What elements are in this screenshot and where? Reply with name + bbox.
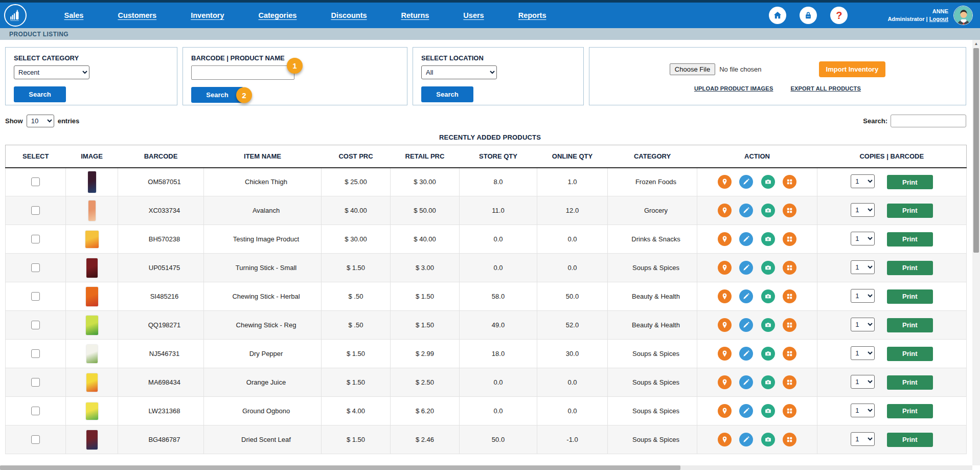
location-pin-icon[interactable] — [718, 375, 732, 389]
scroll-up-arrow-icon[interactable]: ▲ — [972, 40, 980, 47]
print-button[interactable]: Print — [887, 404, 933, 418]
copies-select[interactable]: 1 — [851, 203, 875, 217]
row-select-checkbox[interactable] — [31, 349, 40, 358]
edit-pencil-icon[interactable] — [739, 204, 753, 217]
nav-item-returns[interactable]: Returns — [401, 11, 429, 19]
copies-select[interactable]: 1 — [851, 346, 875, 360]
barcode-grid-icon[interactable] — [783, 347, 796, 361]
row-select-checkbox[interactable] — [31, 321, 40, 329]
copies-select[interactable]: 1 — [851, 404, 875, 417]
row-select-checkbox[interactable] — [31, 407, 40, 415]
copies-select[interactable]: 1 — [851, 289, 875, 303]
camera-icon[interactable] — [761, 204, 775, 217]
location-pin-icon[interactable] — [718, 433, 732, 446]
camera-icon[interactable] — [761, 404, 775, 418]
row-select-checkbox[interactable] — [31, 206, 40, 215]
horizontal-scrollbar-thumb[interactable] — [0, 465, 680, 470]
row-select-checkbox[interactable] — [31, 177, 40, 186]
nav-item-users[interactable]: Users — [463, 11, 484, 19]
print-button[interactable]: Print — [887, 175, 933, 189]
lock-icon[interactable] — [800, 7, 817, 24]
choose-file-button[interactable]: Choose File — [670, 63, 715, 75]
location-pin-icon[interactable] — [718, 318, 732, 332]
edit-pencil-icon[interactable] — [739, 318, 753, 332]
barcode-grid-icon[interactable] — [783, 261, 796, 275]
vertical-scrollbar-thumb[interactable] — [973, 48, 979, 253]
category-select[interactable]: Recent — [14, 65, 89, 79]
print-button[interactable]: Print — [887, 232, 933, 247]
edit-pencil-icon[interactable] — [739, 232, 753, 246]
help-icon[interactable]: ? — [830, 7, 848, 24]
barcode-grid-icon[interactable] — [783, 318, 796, 332]
copies-select[interactable]: 1 — [851, 432, 875, 446]
row-select-checkbox[interactable] — [31, 263, 40, 272]
location-select[interactable]: All — [421, 65, 497, 79]
location-pin-icon[interactable] — [718, 232, 732, 246]
camera-icon[interactable] — [761, 347, 775, 361]
logout-link[interactable]: Logout — [929, 16, 948, 22]
home-icon[interactable] — [769, 7, 786, 24]
camera-icon[interactable] — [761, 433, 775, 446]
location-pin-icon[interactable] — [718, 289, 732, 303]
edit-pencil-icon[interactable] — [739, 289, 753, 303]
vertical-scrollbar[interactable]: ▲ — [972, 40, 980, 465]
row-select-checkbox[interactable] — [31, 292, 40, 301]
row-select-checkbox[interactable] — [31, 435, 40, 444]
edit-pencil-icon[interactable] — [739, 175, 753, 189]
print-button[interactable]: Print — [887, 347, 933, 361]
row-select-checkbox[interactable] — [31, 235, 40, 243]
barcode-grid-icon[interactable] — [783, 289, 796, 303]
barcode-grid-icon[interactable] — [783, 175, 796, 189]
nav-item-sales[interactable]: Sales — [64, 11, 84, 19]
copies-select[interactable]: 1 — [851, 318, 875, 331]
table-search-input[interactable] — [891, 115, 966, 127]
edit-pencil-icon[interactable] — [739, 261, 753, 275]
edit-pencil-icon[interactable] — [739, 433, 753, 446]
barcode-grid-icon[interactable] — [783, 232, 796, 246]
camera-icon[interactable] — [761, 318, 775, 332]
edit-pencil-icon[interactable] — [739, 347, 753, 361]
export-all-products-link[interactable]: EXPORT ALL PRODUCTS — [790, 85, 861, 92]
location-pin-icon[interactable] — [718, 261, 732, 275]
location-pin-icon[interactable] — [718, 347, 732, 361]
nav-item-categories[interactable]: Categories — [258, 11, 297, 19]
camera-icon[interactable] — [761, 175, 775, 189]
camera-icon[interactable] — [761, 261, 775, 275]
barcode-grid-icon[interactable] — [783, 204, 796, 217]
barcode-search-button[interactable]: Search — [191, 87, 243, 103]
user-avatar[interactable] — [953, 6, 973, 25]
location-pin-icon[interactable] — [718, 175, 732, 189]
page-size-select[interactable]: 10 — [27, 115, 54, 127]
nav-item-inventory[interactable]: Inventory — [191, 11, 224, 19]
barcode-grid-icon[interactable] — [783, 433, 796, 446]
print-button[interactable]: Print — [887, 204, 933, 218]
import-inventory-button[interactable]: Import Inventory — [819, 61, 886, 77]
print-button[interactable]: Print — [887, 261, 933, 275]
copies-select[interactable]: 1 — [851, 375, 875, 389]
camera-icon[interactable] — [761, 289, 775, 303]
edit-pencil-icon[interactable] — [739, 404, 753, 418]
location-pin-icon[interactable] — [718, 404, 732, 418]
nav-item-discounts[interactable]: Discounts — [331, 11, 367, 19]
copies-select[interactable]: 1 — [851, 174, 875, 188]
print-button[interactable]: Print — [887, 289, 933, 304]
barcode-grid-icon[interactable] — [783, 404, 796, 418]
copies-select[interactable]: 1 — [851, 232, 875, 245]
category-search-button[interactable]: Search — [14, 86, 66, 102]
barcode-product-input[interactable] — [191, 65, 294, 80]
barcode-grid-icon[interactable] — [783, 375, 796, 389]
camera-icon[interactable] — [761, 232, 775, 246]
row-select-checkbox[interactable] — [31, 378, 40, 387]
print-button[interactable]: Print — [887, 318, 933, 332]
upload-product-images-link[interactable]: UPLOAD PRODUCT IMAGES — [694, 85, 773, 92]
print-button[interactable]: Print — [887, 433, 933, 447]
edit-pencil-icon[interactable] — [739, 375, 753, 389]
copies-select[interactable]: 1 — [851, 260, 875, 274]
nav-item-customers[interactable]: Customers — [118, 11, 156, 19]
location-pin-icon[interactable] — [718, 204, 732, 217]
camera-icon[interactable] — [761, 375, 775, 389]
app-logo-icon[interactable] — [4, 4, 27, 27]
print-button[interactable]: Print — [887, 375, 933, 390]
location-search-button[interactable]: Search — [421, 86, 473, 102]
nav-item-reports[interactable]: Reports — [518, 11, 546, 19]
